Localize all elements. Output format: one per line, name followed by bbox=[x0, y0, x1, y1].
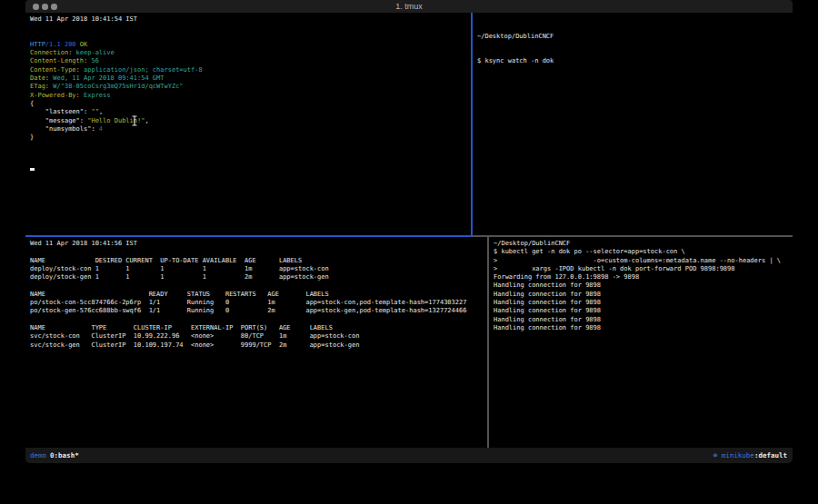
window-title: 1. tmux bbox=[25, 2, 793, 11]
pane-kubectl-get[interactable]: Wed 11 Apr 2018 10:41:56 IST NAME DESIRE… bbox=[25, 237, 487, 448]
ksync-command: $ ksync watch -n dok bbox=[477, 57, 793, 65]
kubectl-output-text: Wed 11 Apr 2018 10:41:56 IST NAME DESIRE… bbox=[25, 237, 487, 350]
pane-ksync[interactable]: ~/Desktop/DublinCNCF $ ksync watch -n do… bbox=[473, 13, 793, 235]
pane-port-forward[interactable]: ~/Desktop/DublinCNCF $ kubectl get -n do… bbox=[489, 237, 793, 448]
port-forward-text: ~/Desktop/DublinCNCF $ kubectl get -n do… bbox=[489, 237, 793, 332]
ksync-cwd: ~/Desktop/DublinCNCF bbox=[477, 33, 793, 41]
tmux-session-name: demo bbox=[30, 451, 46, 460]
pane-border-vertical-top bbox=[471, 13, 473, 237]
terminal-cursor bbox=[30, 168, 35, 171]
pane-http-response[interactable]: Wed 11 Apr 2018 10:41:54 IST HTTP/1.1 20… bbox=[25, 13, 471, 235]
kube-context: minikube bbox=[722, 451, 754, 460]
kube-namespace: :default bbox=[754, 451, 787, 460]
pane-border-vertical-bottom bbox=[487, 237, 489, 448]
tmux-window-label[interactable]: 0:bash* bbox=[50, 451, 79, 460]
screen: 1. tmux Wed 11 Apr 2018 10:41:54 IST HTT… bbox=[0, 0, 818, 504]
tmux-status-bar: demo0:bash* ☸ minikube:default bbox=[25, 448, 793, 463]
http-response-text: Wed 11 Apr 2018 10:41:54 IST HTTP/1.1 20… bbox=[25, 13, 471, 142]
terminal-window: 1. tmux Wed 11 Apr 2018 10:41:54 IST HTT… bbox=[25, 0, 793, 463]
kubernetes-icon: ☸ bbox=[713, 451, 718, 460]
pane-border-horizontal-right bbox=[472, 235, 793, 237]
mouse-ibeam-cursor bbox=[131, 113, 138, 130]
pane-border-horizontal-left bbox=[25, 235, 472, 237]
window-titlebar: 1. tmux bbox=[25, 0, 793, 13]
